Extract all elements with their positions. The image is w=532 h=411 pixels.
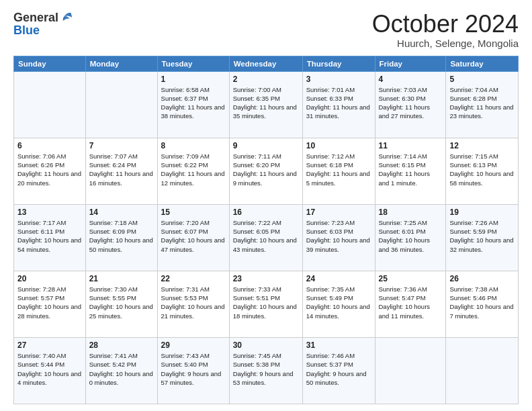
calendar-cell: 23Sunrise: 7:33 AMSunset: 5:51 PMDayligh… [229,271,302,337]
calendar-cell: 3Sunrise: 7:01 AMSunset: 6:33 PMDaylight… [302,71,375,138]
day-info: Daylight: 10 hours and 0 minutes. [89,369,154,387]
calendar-cell: 11Sunrise: 7:14 AMSunset: 6:15 PMDayligh… [375,138,446,204]
day-number: 5 [449,75,515,84]
calendar-table: SundayMondayTuesdayWednesdayThursdayFrid… [13,56,519,404]
week-row-2: 6Sunrise: 7:06 AMSunset: 6:26 PMDaylight… [14,138,519,204]
week-row-3: 13Sunrise: 7:17 AMSunset: 6:11 PMDayligh… [14,204,519,271]
calendar-cell: 15Sunrise: 7:20 AMSunset: 6:07 PMDayligh… [157,204,229,271]
day-info: Sunrise: 7:40 AM [17,351,82,360]
calendar-cell: 21Sunrise: 7:30 AMSunset: 5:55 PMDayligh… [85,271,157,337]
logo-blue-text: Blue [13,24,40,37]
logo: General Blue [13,11,73,37]
calendar-cell: 26Sunrise: 7:38 AMSunset: 5:46 PMDayligh… [446,271,519,337]
day-info: Sunset: 6:11 PM [17,227,82,236]
day-number: 13 [17,208,82,217]
day-info: Daylight: 10 hours and 43 minutes. [233,236,299,254]
day-info: Sunset: 6:20 PM [233,161,299,169]
calendar-cell: 8Sunrise: 7:09 AMSunset: 6:22 PMDaylight… [157,138,229,204]
calendar-cell: 10Sunrise: 7:12 AMSunset: 6:18 PMDayligh… [302,138,375,204]
day-number: 23 [233,274,299,283]
day-number: 12 [449,141,515,150]
day-header-monday: Monday [85,56,157,71]
day-info: Sunset: 6:09 PM [89,227,154,236]
day-header-sunday: Sunday [14,56,86,71]
day-number: 1 [161,75,226,84]
day-info: Sunset: 6:26 PM [17,161,82,169]
day-info: Daylight: 10 hours and 7 minutes. [449,302,515,320]
calendar-cell: 16Sunrise: 7:22 AMSunset: 6:05 PMDayligh… [229,204,302,271]
day-number: 11 [379,141,443,150]
day-info: Daylight: 10 hours and 11 minutes. [379,302,443,320]
day-number: 27 [17,340,82,350]
day-info: Daylight: 10 hours and 18 minutes. [233,302,299,320]
calendar-cell: 30Sunrise: 7:45 AMSunset: 5:38 PMDayligh… [229,337,302,404]
day-info: Sunrise: 7:18 AM [89,218,154,227]
title-block: October 2024 Huurch, Selenge, Mongolia [372,11,519,49]
calendar-cell: 31Sunrise: 7:46 AMSunset: 5:37 PMDayligh… [302,337,375,404]
day-info: Sunset: 6:30 PM [379,94,443,103]
calendar-cell [446,337,519,404]
day-info: Sunrise: 7:11 AM [233,152,299,161]
day-header-saturday: Saturday [446,56,519,71]
day-number: 22 [161,274,226,283]
day-info: Sunrise: 7:38 AM [449,285,515,293]
calendar-cell: 29Sunrise: 7:43 AMSunset: 5:40 PMDayligh… [157,337,229,404]
calendar-cell: 13Sunrise: 7:17 AMSunset: 6:11 PMDayligh… [14,204,86,271]
day-info: Sunset: 6:28 PM [449,94,515,103]
day-info: Sunrise: 7:41 AM [89,351,154,360]
day-info: Sunset: 5:46 PM [449,293,515,302]
day-number: 28 [89,340,154,350]
calendar-cell: 4Sunrise: 7:03 AMSunset: 6:30 PMDaylight… [375,71,446,138]
calendar-cell: 2Sunrise: 7:00 AMSunset: 6:35 PMDaylight… [229,71,302,138]
day-number: 21 [89,274,154,283]
day-info: Sunset: 6:03 PM [306,227,371,236]
day-info: Sunset: 5:59 PM [449,227,515,236]
day-number: 16 [233,208,299,217]
day-info: Sunset: 5:53 PM [161,293,226,302]
day-info: Sunset: 6:18 PM [306,161,371,169]
day-info: Sunrise: 7:45 AM [233,351,299,360]
day-info: Daylight: 10 hours and 39 minutes. [306,236,371,254]
day-header-thursday: Thursday [302,56,375,71]
day-info: Sunrise: 7:17 AM [17,218,82,227]
day-info: Sunrise: 7:26 AM [449,218,515,227]
day-info: Sunrise: 7:36 AM [379,285,443,293]
day-info: Sunrise: 7:14 AM [379,152,443,161]
day-header-wednesday: Wednesday [229,56,302,71]
day-info: Sunrise: 7:03 AM [379,85,443,94]
calendar-cell [375,337,446,404]
day-info: Daylight: 11 hours and 31 minutes. [306,103,371,121]
day-info: Daylight: 11 hours and 12 minutes. [161,169,226,187]
day-header-friday: Friday [375,56,446,71]
day-info: Daylight: 10 hours and 4 minutes. [17,369,82,387]
day-info: Sunrise: 7:00 AM [233,85,299,94]
day-number: 7 [89,141,154,150]
calendar-cell: 6Sunrise: 7:06 AMSunset: 6:26 PMDaylight… [14,138,86,204]
day-info: Sunrise: 7:04 AM [449,85,515,94]
calendar-cell: 1Sunrise: 6:58 AMSunset: 6:37 PMDaylight… [157,71,229,138]
day-number: 26 [449,274,515,283]
day-info: Sunset: 5:49 PM [306,293,371,302]
day-number: 10 [306,141,371,150]
day-number: 4 [379,75,443,84]
day-info: Sunset: 5:57 PM [17,293,82,302]
day-info: Sunset: 5:42 PM [89,360,154,369]
day-info: Daylight: 10 hours and 21 minutes. [161,302,226,320]
calendar-cell: 14Sunrise: 7:18 AMSunset: 6:09 PMDayligh… [85,204,157,271]
day-info: Sunset: 6:24 PM [89,161,154,169]
day-info: Sunrise: 7:28 AM [17,285,82,293]
logo-bird-icon [60,11,73,24]
day-info: Daylight: 11 hours and 23 minutes. [449,103,515,121]
calendar-cell [14,71,86,138]
day-info: Daylight: 10 hours and 14 minutes. [306,302,371,320]
day-info: Sunrise: 7:25 AM [379,218,443,227]
calendar-cell: 12Sunrise: 7:15 AMSunset: 6:13 PMDayligh… [446,138,519,204]
day-info: Daylight: 10 hours and 32 minutes. [449,236,515,254]
day-info: Sunrise: 7:15 AM [449,152,515,161]
calendar-cell: 28Sunrise: 7:41 AMSunset: 5:42 PMDayligh… [85,337,157,404]
header: General Blue October 2024 Huurch, Seleng… [13,11,519,49]
day-info: Sunset: 5:37 PM [306,360,371,369]
day-info: Daylight: 10 hours and 25 minutes. [89,302,154,320]
calendar-cell: 5Sunrise: 7:04 AMSunset: 6:28 PMDaylight… [446,71,519,138]
day-info: Sunrise: 7:31 AM [161,285,226,293]
